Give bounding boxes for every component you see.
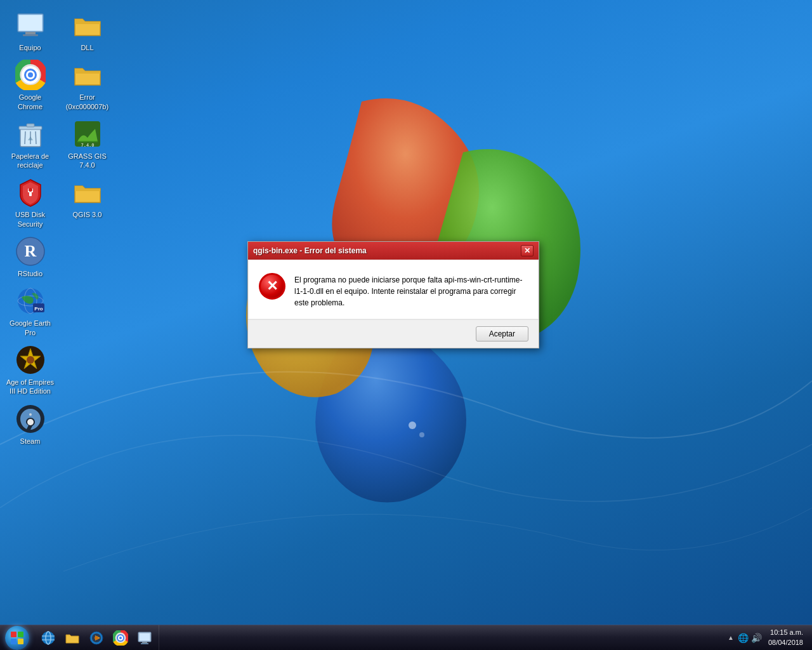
desktop-icon-grass-gis[interactable]: 7.4.0 GRASS GIS 7.4.0 bbox=[60, 115, 114, 174]
chrome-icon bbox=[15, 60, 46, 90]
svg-rect-6 bbox=[19, 15, 42, 30]
tray-expand-button[interactable]: ▲ bbox=[726, 633, 735, 642]
desktop-icon-google-chrome[interactable]: Google Chrome bbox=[3, 56, 57, 115]
svg-rect-8 bbox=[23, 34, 38, 36]
svg-rect-37 bbox=[11, 632, 16, 637]
windows-flag-icon bbox=[10, 631, 24, 645]
rstudio-label: RStudio bbox=[18, 269, 43, 278]
earth-icon: Pro bbox=[15, 286, 46, 316]
svg-rect-21 bbox=[29, 192, 32, 196]
dialog-body: ✕ El programa no puede iniciarse porque … bbox=[249, 260, 538, 319]
dialog-title: qgis-bin.exe - Error del sistema bbox=[253, 246, 367, 255]
svg-text:Pro: Pro bbox=[34, 306, 43, 312]
network-tray-icon[interactable]: 🌐 bbox=[738, 633, 749, 643]
svg-point-22 bbox=[29, 188, 32, 192]
taskbar: ▲ 🌐 🔊 10:15 a.m. 08/04/2018 bbox=[0, 625, 812, 650]
error-folder-icon bbox=[72, 60, 103, 90]
clock-time: 10:15 a.m. bbox=[768, 628, 803, 637]
dll-folder-icon bbox=[72, 10, 103, 41]
svg-point-4 bbox=[419, 432, 424, 437]
quick-launch-chrome[interactable] bbox=[109, 627, 132, 649]
start-button[interactable] bbox=[0, 625, 34, 651]
quick-launch-show-desktop[interactable] bbox=[133, 627, 156, 649]
svg-rect-55 bbox=[142, 642, 147, 643]
error-folder-label: Error (0xc000007b) bbox=[63, 93, 112, 111]
svg-rect-7 bbox=[25, 32, 36, 34]
start-orb bbox=[5, 626, 29, 650]
papelera-label: Papelera de reciclaje bbox=[6, 152, 55, 170]
quick-launch-media-player[interactable] bbox=[85, 627, 108, 649]
svg-rect-54 bbox=[140, 633, 150, 640]
equipo-label: Equipo bbox=[19, 43, 41, 52]
aoe-label: Age of Empires III HD Edition bbox=[6, 378, 55, 396]
svg-rect-16 bbox=[27, 124, 34, 127]
chrome-label: Google Chrome bbox=[6, 93, 55, 111]
svg-point-34 bbox=[29, 413, 32, 416]
quick-launch bbox=[34, 625, 159, 651]
desktop-icon-rstudio[interactable]: R RStudio bbox=[3, 232, 57, 282]
grass-gis-label: GRASS GIS 7.4.0 bbox=[63, 152, 112, 170]
svg-text:R: R bbox=[24, 242, 36, 260]
qgis-label: QGIS 3.0 bbox=[73, 210, 102, 219]
svg-point-52 bbox=[119, 637, 122, 639]
dll-label: DLL bbox=[81, 43, 93, 52]
grass-gis-icon: 7.4.0 bbox=[72, 119, 103, 149]
aoe-icon bbox=[15, 345, 46, 375]
clock[interactable]: 10:15 a.m. 08/04/2018 bbox=[764, 628, 807, 647]
usb-disk-label: USB Disk Security bbox=[6, 210, 55, 229]
svg-point-33 bbox=[27, 419, 34, 425]
svg-point-13 bbox=[28, 72, 33, 77]
desktop-icon-steam[interactable]: Steam bbox=[3, 400, 57, 449]
error-icon: ✕ bbox=[259, 273, 285, 300]
desktop: Equipo Google Chrome bbox=[0, 0, 812, 650]
svg-line-17 bbox=[25, 131, 25, 144]
desktop-icon-usb-disk-security[interactable]: USB Disk Security bbox=[3, 173, 57, 232]
quick-launch-ie[interactable] bbox=[37, 627, 60, 649]
desktop-icon-google-earth-pro[interactable]: Pro Google Earth Pro bbox=[3, 282, 57, 341]
desktop-icon-age-of-empires[interactable]: Age of Empires III HD Edition bbox=[3, 341, 57, 400]
earth-label: Google Earth Pro bbox=[6, 319, 55, 337]
svg-text:7.4.0: 7.4.0 bbox=[81, 143, 94, 148]
svg-point-41 bbox=[42, 632, 55, 644]
computer-icon bbox=[15, 10, 46, 41]
usb-shield-icon bbox=[15, 177, 46, 208]
svg-point-48 bbox=[95, 636, 98, 640]
dialog-titlebar: qgis-bin.exe - Error del sistema ✕ bbox=[248, 242, 539, 260]
steam-label: Steam bbox=[20, 437, 41, 446]
aceptar-button[interactable]: Aceptar bbox=[476, 326, 528, 342]
desktop-icon-papelera[interactable]: Papelera de reciclaje bbox=[3, 115, 57, 174]
rstudio-icon: R bbox=[15, 236, 46, 267]
clock-date: 08/04/2018 bbox=[768, 638, 803, 647]
svg-rect-38 bbox=[18, 632, 23, 637]
steam-icon bbox=[15, 404, 46, 434]
desktop-icon-error-folder[interactable]: Error (0xc000007b) bbox=[60, 56, 114, 115]
svg-point-3 bbox=[409, 421, 416, 429]
svg-line-19 bbox=[36, 131, 36, 144]
recycle-icon bbox=[15, 119, 46, 149]
svg-point-31 bbox=[27, 356, 34, 364]
svg-rect-40 bbox=[18, 639, 23, 644]
volume-tray-icon[interactable]: 🔊 bbox=[751, 633, 762, 643]
desktop-icon-dll[interactable]: DLL bbox=[60, 6, 114, 56]
system-tray: ▲ 🌐 🔊 10:15 a.m. 08/04/2018 bbox=[721, 625, 812, 651]
dialog-message: El programa no puede iniciarse porque fa… bbox=[294, 273, 528, 308]
desktop-icon-equipo[interactable]: Equipo bbox=[3, 6, 57, 56]
desktop-icon-qgis[interactable]: QGIS 3.0 bbox=[60, 173, 114, 223]
qgis-folder-icon bbox=[72, 177, 103, 208]
quick-launch-explorer[interactable] bbox=[61, 627, 84, 649]
svg-rect-39 bbox=[11, 639, 16, 644]
svg-rect-56 bbox=[141, 643, 148, 644]
dialog-close-button[interactable]: ✕ bbox=[521, 245, 534, 256]
error-dialog: qgis-bin.exe - Error del sistema ✕ ✕ El … bbox=[247, 241, 539, 348]
dialog-footer: Aceptar bbox=[248, 319, 539, 348]
